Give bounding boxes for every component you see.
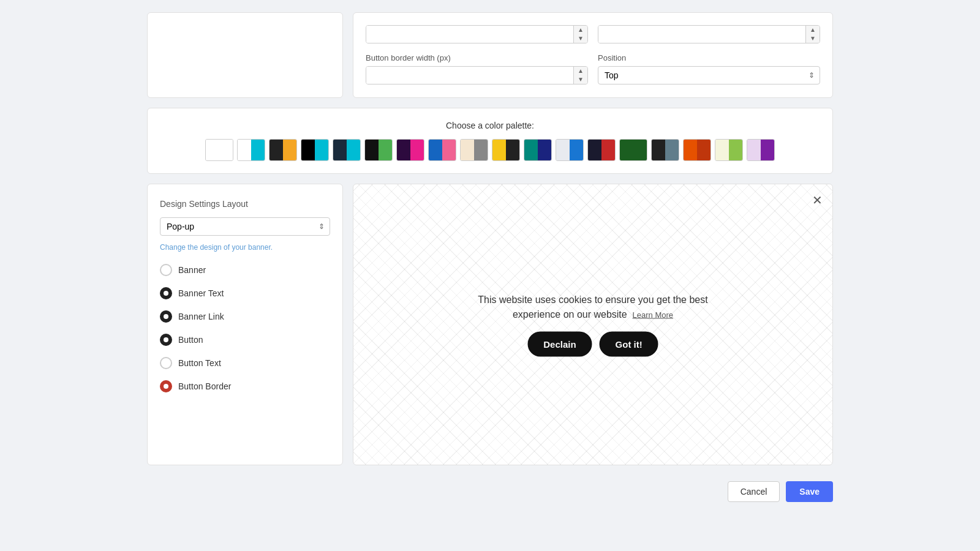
position-select-arrow: ⇕ <box>804 71 820 80</box>
radio-label-banner-link: Banner Link <box>178 312 224 321</box>
border-width-up-btn[interactable]: ▲ <box>574 67 587 75</box>
color-swatch-11[interactable] <box>556 139 584 161</box>
color-swatch-8[interactable] <box>460 139 488 161</box>
cookie-message-text: This website uses cookies to ensure you … <box>478 294 707 320</box>
design-radio-list: BannerBanner TextBanner LinkButtonButton… <box>160 264 330 392</box>
decline-button[interactable]: Declain <box>527 332 592 357</box>
color-swatch-0[interactable] <box>205 139 233 161</box>
preview-close-button[interactable]: ✕ <box>812 193 823 208</box>
color-swatch-17[interactable] <box>747 139 775 161</box>
radio-label-banner: Banner <box>178 265 206 275</box>
position-group: Position Top Bottom Left Right ⇕ <box>598 53 820 84</box>
radio-item-banner-link[interactable]: Banner Link <box>160 310 330 323</box>
footer-actions: Cancel Save <box>147 475 833 508</box>
color-swatch-9[interactable] <box>492 139 520 161</box>
border-width-label: Button border width (px) <box>366 53 588 62</box>
padding-value-spinner: ▲ ▼ <box>805 26 820 43</box>
design-hint: Change the design of your banner. <box>160 243 330 252</box>
color-swatch-14[interactable] <box>651 139 679 161</box>
palette-title: Choose a color palette: <box>160 121 820 130</box>
radio-circle-button <box>160 334 172 346</box>
padding-value-group: 20 ▲ ▼ <box>598 25 820 43</box>
padding-field-group: 20px ▲ ▼ <box>366 25 588 43</box>
padding-value-down-btn[interactable]: ▼ <box>806 34 820 43</box>
radio-label-button: Button <box>178 335 203 345</box>
color-swatch-16[interactable] <box>715 139 743 161</box>
radio-item-banner-text[interactable]: Banner Text <box>160 287 330 299</box>
padding-input-wrapper: 20px ▲ ▼ <box>366 25 588 43</box>
preview-panel: ✕ This website uses cookies to ensure yo… <box>353 184 833 465</box>
design-select-arrow: ⇕ <box>314 222 330 231</box>
radio-label-button-border: Button Border <box>178 381 231 391</box>
color-swatch-2[interactable] <box>269 139 297 161</box>
cancel-button[interactable]: Cancel <box>728 481 780 502</box>
color-swatch-4[interactable] <box>333 139 361 161</box>
color-swatch-1[interactable] <box>237 139 265 161</box>
color-swatch-13[interactable] <box>619 139 647 161</box>
radio-item-button[interactable]: Button <box>160 334 330 346</box>
radio-label-banner-text: Banner Text <box>178 288 224 298</box>
border-width-spinner: ▲ ▼ <box>573 67 587 84</box>
color-swatch-7[interactable] <box>428 139 456 161</box>
color-swatch-15[interactable] <box>683 139 711 161</box>
learn-more-link[interactable]: Learn More <box>633 310 673 320</box>
padding-up-btn[interactable]: ▲ <box>574 26 587 34</box>
color-swatch-10[interactable] <box>524 139 552 161</box>
padding-spinner: ▲ ▼ <box>573 26 587 43</box>
radio-circle-banner-text <box>160 287 172 299</box>
design-layout-select[interactable]: Pop-up Banner Floating <box>160 218 314 235</box>
color-swatch-6[interactable] <box>396 139 424 161</box>
border-width-group: Button border width (px) 2 ▲ ▼ <box>366 53 588 84</box>
color-swatch-3[interactable] <box>301 139 329 161</box>
position-label: Position <box>598 53 820 62</box>
border-width-down-btn[interactable]: ▼ <box>574 75 587 84</box>
position-select[interactable]: Top Bottom Left Right <box>598 67 804 84</box>
cookie-buttons: Declain Got it! <box>473 332 713 357</box>
color-swatch-12[interactable] <box>587 139 616 161</box>
cookie-message: This website uses cookies to ensure you … <box>473 293 713 322</box>
padding-value-input[interactable]: 20 <box>598 26 805 43</box>
radio-circle-banner <box>160 264 172 276</box>
padding-input[interactable]: 20px <box>366 26 573 43</box>
color-swatch-5[interactable] <box>364 139 393 161</box>
border-width-wrapper: 2 ▲ ▼ <box>366 66 588 84</box>
radio-item-banner[interactable]: Banner <box>160 264 330 276</box>
design-select-wrapper: Pop-up Banner Floating ⇕ <box>160 217 330 236</box>
radio-item-button-border[interactable]: Button Border <box>160 380 330 392</box>
radio-label-button-text: Button Text <box>178 358 221 368</box>
radio-item-button-text[interactable]: Button Text <box>160 357 330 369</box>
border-width-input[interactable]: 2 <box>366 67 573 84</box>
padding-value-wrapper: 20 ▲ ▼ <box>598 25 820 43</box>
radio-circle-button-text <box>160 357 172 369</box>
radio-circle-button-border <box>160 380 172 392</box>
padding-value-up-btn[interactable]: ▲ <box>806 26 820 34</box>
palette-swatches <box>160 139 820 161</box>
palette-panel: Choose a color palette: <box>147 108 833 174</box>
design-settings-panel: Design Settings Layout Pop-up Banner Flo… <box>147 184 343 465</box>
cookie-popup: This website uses cookies to ensure you … <box>473 293 713 357</box>
radio-circle-banner-link <box>160 310 172 323</box>
save-button[interactable]: Save <box>786 481 833 502</box>
design-select-group: Pop-up Banner Floating ⇕ <box>160 217 330 236</box>
top-right-panel: 20px ▲ ▼ 20 ▲ ▼ <box>353 12 833 98</box>
design-settings-title: Design Settings Layout <box>160 199 330 209</box>
position-select-wrapper: Top Bottom Left Right ⇕ <box>598 66 820 84</box>
top-left-panel <box>147 12 343 98</box>
padding-down-btn[interactable]: ▼ <box>574 34 587 43</box>
accept-button[interactable]: Got it! <box>600 332 658 357</box>
